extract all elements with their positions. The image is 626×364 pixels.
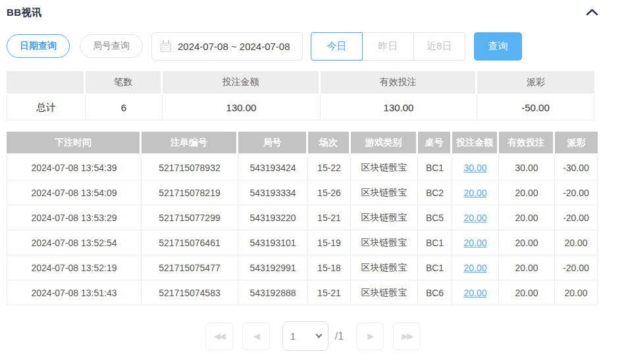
game-type-cell: 区块链骰宝: [351, 280, 418, 305]
summary-total-label: 总计: [7, 95, 86, 120]
valid-bet-cell: 30.00: [499, 155, 555, 180]
page-select[interactable]: 1: [282, 321, 328, 351]
round-no-cell: 543192888: [238, 280, 308, 305]
query-button[interactable]: 查询: [474, 32, 522, 61]
collapse-section-button[interactable]: [586, 8, 598, 18]
bet-time-cell: 2024-07-08 13:54:39: [7, 155, 142, 180]
game-type-cell: 区块链骰宝: [351, 255, 418, 280]
bet-id-cell: 521715074583: [142, 280, 238, 305]
col-summary-valid-bet: 有效投注: [321, 71, 477, 95]
payout-cell: -20.00: [555, 180, 598, 205]
bet-id-cell: 521715075477: [142, 255, 238, 280]
bet-time-cell: 2024-07-08 13:51:43: [7, 280, 142, 305]
valid-bet-cell: 20.00: [499, 180, 555, 205]
col-summary-payout: 派彩: [477, 71, 594, 95]
session-cell: 15-19: [308, 230, 351, 255]
valid-bet-cell: 20.00: [499, 230, 555, 255]
table-no-cell: BC2: [418, 180, 452, 205]
payout-cell: -30.00: [555, 155, 598, 180]
pagination-bar: ◀◀ ◀ 1 /1 ▶ ▶▶: [7, 321, 619, 351]
col-game-type: 游戏类别: [351, 132, 418, 155]
bet-amount-link[interactable]: 20.00: [463, 238, 486, 248]
chevron-up-icon: [586, 8, 598, 18]
bet-id-cell: 521715078932: [142, 155, 238, 180]
game-type-cell: 区块链骰宝: [351, 205, 418, 230]
col-summary-blank: [7, 71, 86, 95]
col-bet-id: 注单编号: [142, 132, 238, 155]
summary-table: 笔数 投注金额 有效投注 派彩 总计 6 130.00 130.00 -50.0…: [7, 71, 594, 120]
date-range-value: 2024-07-08 ~ 2024-07-08: [178, 41, 290, 52]
double-right-arrow-icon: ▶▶: [402, 331, 412, 341]
bet-id-cell: 521715078219: [142, 180, 238, 205]
round-query-tab[interactable]: 局号查询: [80, 34, 143, 58]
table-row: 2024-07-08 13:53:29521715077299543193220…: [7, 205, 598, 230]
round-no-cell: 543192991: [238, 255, 308, 280]
prev-page-button[interactable]: ◀: [242, 323, 270, 350]
col-summary-bet-amount: 投注金额: [163, 71, 321, 95]
session-cell: 15-26: [308, 180, 351, 205]
table-row: 2024-07-08 13:54:09521715078219543193334…: [7, 180, 598, 205]
payout-cell: 20.00: [555, 230, 598, 255]
col-valid-bet: 有效投注: [499, 132, 555, 155]
summary-count-value: 6: [86, 95, 163, 120]
last-page-button[interactable]: ▶▶: [393, 323, 421, 350]
date-range-input[interactable]: 2024-07-08 ~ 2024-07-08: [151, 32, 303, 61]
summary-bet-amount-value: 130.00: [163, 95, 321, 120]
table-row: 2024-07-08 13:51:43521715074583543192888…: [7, 280, 598, 305]
table-no-cell: BC5: [418, 205, 452, 230]
session-cell: 15-22: [308, 155, 351, 180]
records-header-row: 下注时间注单编号局号场次游戏类别桌号投注金额有效投注派彩: [7, 132, 598, 155]
summary-total-row: 总计 6 130.00 130.00 -50.00: [7, 95, 594, 120]
valid-bet-cell: 20.00: [499, 255, 555, 280]
date-query-tab[interactable]: 日期查询: [7, 34, 70, 58]
round-no-cell: 543193334: [238, 180, 308, 205]
next-page-button[interactable]: ▶: [356, 323, 384, 350]
bet-id-cell: 521715077299: [142, 205, 238, 230]
first-page-button[interactable]: ◀◀: [205, 323, 233, 350]
session-cell: 15-21: [308, 205, 351, 230]
summary-valid-bet-value: 130.00: [321, 95, 477, 120]
total-pages-label: /1: [335, 330, 344, 342]
bb-video-panel: BB视讯 日期查询 局号查询 2024-07-08 ~ 2024-07-08 今…: [0, 0, 626, 351]
round-no-cell: 543193101: [238, 230, 308, 255]
bet-amount-cell: 20.00: [452, 180, 499, 205]
summary-header-row: 笔数 投注金额 有效投注 派彩: [7, 71, 594, 95]
records-table: 下注时间注单编号局号场次游戏类别桌号投注金额有效投注派彩 2024-07-08 …: [7, 132, 598, 305]
quick-range-yesterday-button[interactable]: 昨日: [362, 32, 414, 61]
table-no-cell: BC1: [418, 155, 452, 180]
game-type-cell: 区块链骰宝: [351, 230, 418, 255]
col-payout: 派彩: [555, 132, 598, 155]
col-bet-time: 下注时间: [7, 132, 142, 155]
table-no-cell: BC1: [418, 230, 452, 255]
col-table-no: 桌号: [418, 132, 452, 155]
table-row: 2024-07-08 13:54:39521715078932543193424…: [7, 155, 598, 180]
bet-amount-cell: 20.00: [452, 255, 499, 280]
quick-range-last-8-days-button[interactable]: 近8日: [413, 32, 465, 61]
panel-titlebar: BB视讯: [7, 4, 619, 21]
col-session: 场次: [308, 132, 351, 155]
page-title: BB视讯: [7, 7, 42, 19]
quick-range-today-button[interactable]: 今日: [311, 32, 363, 61]
round-no-cell: 543193220: [238, 205, 308, 230]
page-select-wrap: 1: [282, 321, 328, 351]
col-round-no: 局号: [238, 132, 308, 155]
left-arrow-icon: ◀: [253, 331, 259, 341]
session-cell: 15-21: [308, 280, 351, 305]
col-bet-amount: 投注金额: [452, 132, 499, 155]
bet-time-cell: 2024-07-08 13:54:09: [7, 180, 142, 205]
game-type-cell: 区块链骰宝: [351, 155, 418, 180]
session-cell: 15-18: [308, 255, 351, 280]
bet-amount-link[interactable]: 20.00: [463, 213, 486, 223]
table-no-cell: BC6: [418, 280, 452, 305]
double-left-arrow-icon: ◀◀: [214, 331, 224, 341]
bet-amount-link[interactable]: 30.00: [463, 163, 486, 173]
valid-bet-cell: 20.00: [499, 205, 555, 230]
bet-amount-link[interactable]: 20.00: [463, 188, 486, 198]
filter-toolbar: 日期查询 局号查询 2024-07-08 ~ 2024-07-08 今日昨日近8…: [7, 32, 619, 61]
game-type-cell: 区块链骰宝: [351, 180, 418, 205]
bet-time-cell: 2024-07-08 13:52:19: [7, 255, 142, 280]
bet-amount-link[interactable]: 20.00: [463, 288, 486, 298]
bet-amount-link[interactable]: 20.00: [463, 263, 486, 273]
payout-cell: 20.00: [555, 280, 598, 305]
bet-time-cell: 2024-07-08 13:52:54: [7, 230, 142, 255]
